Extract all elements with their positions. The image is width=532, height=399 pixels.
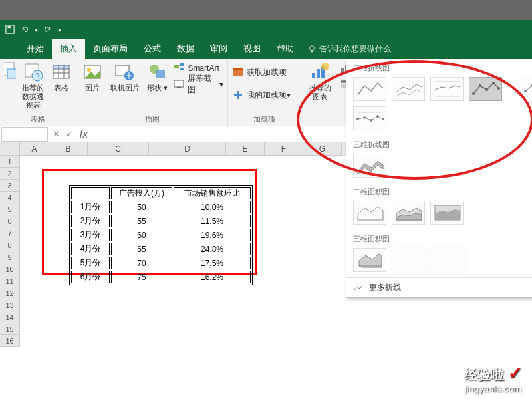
- column-header-G[interactable]: G: [303, 142, 342, 156]
- svg-rect-21: [174, 65, 178, 68]
- formula-cancel-icon[interactable]: ✕: [49, 129, 63, 139]
- table-header-cell: 广告投入(万): [111, 187, 172, 200]
- row-header-11[interactable]: 11: [0, 275, 20, 287]
- line-chart-option-3[interactable]: [430, 77, 464, 101]
- dropdown-section-3d-line: 三维折线图: [346, 136, 532, 151]
- column-header-A[interactable]: A: [20, 142, 49, 156]
- 3d-area-option-1[interactable]: [353, 248, 386, 272]
- svg-rect-23: [180, 68, 184, 70]
- table-icon: [51, 61, 72, 82]
- table-cell[interactable]: 50: [111, 201, 172, 213]
- table-cell[interactable]: 55: [111, 215, 172, 227]
- line-chart-option-6[interactable]: [353, 106, 386, 130]
- table-cell[interactable]: 6月份: [71, 271, 110, 283]
- row-header-2[interactable]: 2: [0, 168, 20, 180]
- recommended-charts-button[interactable]: 推荐的 图表: [305, 61, 334, 101]
- undo-icon[interactable]: [20, 25, 29, 34]
- online-picture-button[interactable]: 联机图片: [108, 61, 142, 92]
- redo-icon[interactable]: [43, 25, 53, 34]
- 3d-area-option-3[interactable]: [430, 248, 464, 272]
- tab-insert[interactable]: 插入: [52, 39, 85, 59]
- svg-rect-26: [174, 80, 184, 87]
- row-header-8[interactable]: 8: [0, 239, 20, 251]
- recommended-pivot-button[interactable]: ? 推荐的 数据透视表: [20, 61, 47, 110]
- table-cell[interactable]: 5月份: [71, 257, 110, 269]
- row-header-15[interactable]: 15: [0, 323, 20, 335]
- picture-button[interactable]: 图片: [80, 61, 104, 92]
- table-cell[interactable]: 16.2%: [174, 271, 251, 283]
- line-chart-option-1[interactable]: [353, 77, 386, 101]
- tell-me-search[interactable]: 告诉我你想要做什么: [307, 43, 391, 59]
- table-cell[interactable]: 2月份: [71, 215, 110, 227]
- table-cell[interactable]: 17.5%: [174, 257, 251, 269]
- row-header-14[interactable]: 14: [0, 311, 20, 323]
- more-line-charts[interactable]: 更多折线: [346, 277, 532, 297]
- row-header-4[interactable]: 4: [0, 192, 20, 203]
- 3d-line-option[interactable]: [353, 154, 386, 178]
- screenshot-button[interactable]: 屏幕截图 ▾: [173, 77, 223, 92]
- table-cell[interactable]: 10.0%: [174, 201, 251, 213]
- svg-rect-30: [312, 73, 315, 78]
- area-chart-option-1[interactable]: [353, 201, 386, 225]
- table-cell[interactable]: 11.5%: [174, 215, 251, 227]
- quick-access-toolbar: ▾ ▾: [0, 20, 532, 39]
- fx-icon[interactable]: fx: [76, 128, 92, 140]
- table-cell[interactable]: 65: [111, 243, 172, 255]
- svg-rect-28: [233, 70, 243, 76]
- column-header-F[interactable]: F: [265, 142, 303, 156]
- area-chart-option-3[interactable]: [430, 201, 464, 225]
- table-cell[interactable]: 4月份: [71, 243, 110, 255]
- row-header-16[interactable]: 16: [0, 335, 20, 347]
- row-header-13[interactable]: 13: [0, 299, 20, 311]
- line-chart-option-2[interactable]: [392, 77, 425, 101]
- my-addins-button[interactable]: 我的加载项 ▾: [232, 88, 297, 102]
- column-header-B[interactable]: B: [49, 142, 88, 156]
- row-header-9[interactable]: 9: [0, 251, 20, 263]
- svg-line-24: [178, 65, 180, 66]
- table-cell[interactable]: 19.6%: [174, 229, 251, 241]
- table-cell[interactable]: 70: [111, 257, 172, 269]
- row-header-12[interactable]: 12: [0, 287, 20, 299]
- addins-icon: [232, 89, 244, 101]
- tab-help[interactable]: 帮助: [269, 39, 302, 59]
- tab-page-layout[interactable]: 页面布局: [85, 39, 136, 59]
- table-cell[interactable]: 1月份: [71, 201, 110, 213]
- group-label-tables: 表格: [4, 114, 72, 124]
- pivot-table-button-partial[interactable]: [4, 61, 16, 82]
- tab-home[interactable]: 开始: [19, 39, 52, 59]
- row-header-7[interactable]: 7: [0, 227, 20, 239]
- line-chart-option-5-partial[interactable]: [521, 77, 532, 101]
- row-header-1[interactable]: 1: [0, 156, 20, 168]
- svg-rect-5: [7, 69, 16, 78]
- row-header-3[interactable]: 3: [0, 180, 20, 192]
- shapes-button[interactable]: 形状 ▾: [146, 61, 170, 92]
- table-header-cell: [71, 187, 110, 200]
- column-header-E[interactable]: E: [226, 142, 265, 156]
- table-header-cell: 市场销售额环比: [174, 187, 251, 200]
- name-box[interactable]: [1, 127, 48, 142]
- formula-enter-icon[interactable]: ✓: [63, 129, 76, 139]
- area-chart-option-2[interactable]: [392, 201, 425, 225]
- table-cell[interactable]: 75: [111, 271, 172, 283]
- line-chart-option-4-selected[interactable]: [469, 77, 502, 101]
- get-addins-button[interactable]: 获取加载项: [232, 65, 297, 80]
- row-header-5[interactable]: 5: [0, 203, 20, 215]
- ribbon-content: ? 推荐的 数据透视表 表格 表格 图片 联机图片: [0, 59, 532, 126]
- dropdown-section-3d-area: 三维面积图: [346, 230, 532, 245]
- tab-data[interactable]: 数据: [169, 39, 202, 59]
- tab-view[interactable]: 视图: [235, 39, 269, 59]
- row-header-10[interactable]: 10: [0, 263, 20, 275]
- column-header-C[interactable]: C: [88, 142, 149, 156]
- row-header-6[interactable]: 6: [0, 215, 20, 227]
- table-cell[interactable]: 3月份: [71, 229, 110, 241]
- tab-formulas[interactable]: 公式: [136, 39, 169, 59]
- store-icon: [232, 66, 244, 78]
- 3d-area-option-2[interactable]: [392, 248, 425, 272]
- tab-review[interactable]: 审阅: [202, 39, 235, 59]
- table-cell[interactable]: 60: [111, 229, 172, 241]
- line-chart-dropdown: 二维折线图 三维折线图 二维面积图 三维面积图: [346, 59, 532, 298]
- save-icon[interactable]: [5, 25, 15, 34]
- table-button[interactable]: 表格: [51, 61, 72, 92]
- table-cell[interactable]: 24.8%: [174, 243, 251, 255]
- column-header-D[interactable]: D: [149, 142, 226, 156]
